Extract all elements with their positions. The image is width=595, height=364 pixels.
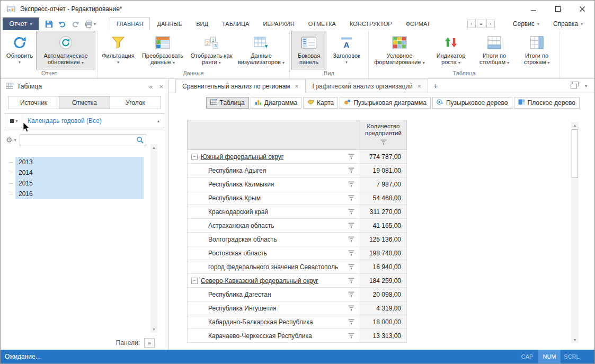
tab-format[interactable]: ФОРМАТ bbox=[399, 17, 438, 30]
table-row[interactable]: Республика Калмыкия 7 987,00 bbox=[188, 177, 407, 191]
table-row[interactable]: Кабардино-Балкарская Республика 18 000,0… bbox=[188, 315, 407, 329]
collapse-expander-icon[interactable]: − bbox=[191, 278, 198, 284]
row-value[interactable]: 13 313,00 bbox=[360, 329, 407, 343]
row-value[interactable]: 311 270,00 bbox=[360, 205, 407, 219]
column-filter-icon[interactable] bbox=[380, 139, 387, 147]
row-name[interactable]: Краснодарский край bbox=[208, 208, 268, 216]
view-bubble-chart-button[interactable]: Пузырьковая диаграмма bbox=[340, 97, 431, 109]
scroll-down-icon[interactable]: ▼ bbox=[150, 326, 157, 333]
tab-tablitsa[interactable]: ТАБЛИЦА bbox=[215, 17, 256, 30]
view-chart-button[interactable]: Диаграмма bbox=[251, 97, 301, 109]
header-title-button[interactable]: A Заголовок ▾ bbox=[326, 31, 367, 69]
tab-konstruktor[interactable]: КОНСТРУКТОР bbox=[343, 17, 399, 30]
list-item-year[interactable]: 2013 bbox=[15, 157, 144, 167]
view-flat-tree-button[interactable]: Плоское дерево bbox=[514, 97, 580, 109]
row-name[interactable]: Республика Крым bbox=[208, 194, 261, 202]
list-item-year[interactable]: 2016 bbox=[15, 189, 144, 199]
minimize-button[interactable] bbox=[521, 1, 546, 17]
row-value[interactable]: 4 319,00 bbox=[360, 301, 407, 315]
view-map-button[interactable]: Карта bbox=[303, 97, 338, 109]
scroll-down-icon[interactable]: ▼ bbox=[571, 336, 579, 343]
row-value[interactable]: 41 165,00 bbox=[360, 219, 407, 233]
row-value[interactable]: 54 468,00 bbox=[360, 191, 407, 205]
scrollbar-track[interactable] bbox=[150, 151, 157, 326]
document-scrollbar[interactable]: ▲ ▼ bbox=[571, 122, 579, 343]
combo-dropdown-icon[interactable]: ▴ bbox=[157, 119, 159, 123]
row-name[interactable]: Астраханская область bbox=[208, 222, 274, 229]
visualizer-data-button[interactable]: Данные визуализаторов ▾ bbox=[235, 31, 288, 69]
help-menu[interactable]: Справка▾ bbox=[548, 20, 588, 28]
ribbon-scroll-left-button[interactable]: ‹ bbox=[467, 20, 476, 28]
conditional-formatting-button[interactable]: Условное форматирование ▾ bbox=[370, 31, 429, 69]
row-value[interactable]: 125 136,00 bbox=[360, 233, 407, 246]
table-corner-cell[interactable] bbox=[188, 120, 360, 150]
windows-layout-icon[interactable] bbox=[571, 82, 579, 90]
table-row[interactable]: Республика Крым 54 468,00 bbox=[188, 191, 407, 205]
row-filter-icon[interactable] bbox=[344, 333, 354, 339]
row-filter-icon[interactable] bbox=[344, 154, 354, 159]
tab-ugolok[interactable]: Уголок bbox=[110, 96, 161, 109]
row-value[interactable]: 18 000,00 bbox=[360, 315, 407, 329]
tab-otmetka[interactable]: ОТМЕТКА bbox=[301, 17, 343, 30]
view-bubble-tree-button[interactable]: Пузырьковое дерево bbox=[432, 97, 512, 109]
panels-expand-button[interactable]: » bbox=[144, 338, 155, 348]
row-filter-icon[interactable] bbox=[344, 195, 354, 201]
show-as-ranks-button[interactable]: 2 1 3 Отобразить как ранги ▾ bbox=[188, 31, 235, 69]
row-name[interactable]: Южный федеральный округ bbox=[201, 153, 283, 161]
row-name[interactable]: Карачаево-Черкесская Республика bbox=[208, 332, 312, 340]
collapse-panel-button[interactable]: « bbox=[149, 83, 153, 90]
row-name[interactable]: Волгоградская область bbox=[208, 236, 277, 243]
close-tab-icon[interactable]: × bbox=[418, 83, 421, 90]
row-filter-icon[interactable] bbox=[344, 319, 354, 325]
table-row[interactable]: Волгоградская область 125 136,00 bbox=[188, 233, 407, 246]
row-filter-icon[interactable] bbox=[344, 278, 354, 283]
growth-indicator-button[interactable]: Индикатор роста ▾ bbox=[429, 31, 473, 69]
row-filter-icon[interactable] bbox=[344, 181, 354, 187]
row-name[interactable]: Ростовская область bbox=[208, 250, 267, 257]
row-filter-icon[interactable] bbox=[344, 236, 354, 242]
close-button[interactable] bbox=[570, 1, 594, 17]
row-filter-icon[interactable] bbox=[344, 291, 354, 297]
save-button[interactable] bbox=[45, 20, 53, 28]
document-tab-organizations[interactable]: Графический анализ организаций × bbox=[306, 79, 428, 93]
table-row[interactable]: Республика Дагестан 20 098,00 bbox=[188, 288, 407, 301]
document-tab-regions[interactable]: Сравнительный анализ по регионам × bbox=[175, 79, 306, 93]
row-filter-icon[interactable] bbox=[344, 223, 354, 228]
dimension-combo[interactable]: ▾ Календарь годовой (Все) ▴ bbox=[5, 113, 164, 128]
tab-ierarhiya[interactable]: ИЕРАРХИЯ bbox=[256, 17, 301, 30]
value-column-header[interactable]: Количество предприятий bbox=[360, 120, 407, 150]
filtering-button[interactable]: Фильтрация ▾ bbox=[99, 31, 137, 69]
row-totals-button[interactable]: Итоги по строкам ▾ bbox=[516, 31, 558, 69]
table-row[interactable]: Ростовская область 198 740,00 bbox=[188, 246, 407, 260]
redo-button[interactable] bbox=[72, 20, 79, 28]
transform-data-button[interactable]: Преобразовать данные ▾ bbox=[137, 31, 188, 69]
row-filter-icon[interactable] bbox=[344, 167, 354, 173]
row-name[interactable]: Республика Калмыкия bbox=[208, 181, 274, 188]
table-row[interactable]: Краснодарский край 311 270,00 bbox=[188, 205, 407, 219]
row-name[interactable]: Республика Ингушетия bbox=[208, 305, 277, 312]
mark-mode-button[interactable]: ▾ bbox=[5, 114, 23, 128]
side-panel-button[interactable]: Боковая панель bbox=[291, 31, 326, 69]
row-name[interactable]: Республика Адыгея bbox=[208, 167, 266, 174]
row-value[interactable]: 20 098,00 bbox=[360, 288, 407, 301]
table-row[interactable]: город федерального значения Севастополь … bbox=[188, 260, 407, 274]
row-value[interactable]: 198 740,00 bbox=[360, 246, 407, 260]
refresh-button[interactable]: Обновить ▾ bbox=[3, 31, 36, 69]
table-row[interactable]: Республика Ингушетия 4 319,00 bbox=[188, 301, 407, 315]
column-totals-button[interactable]: Итоги по столбцам ▾ bbox=[473, 31, 516, 69]
scrollbar-track[interactable] bbox=[571, 179, 579, 336]
row-filter-icon[interactable] bbox=[344, 209, 354, 215]
scroll-up-icon[interactable]: ▲ bbox=[571, 122, 579, 129]
new-tab-button[interactable]: + bbox=[428, 79, 443, 93]
list-item-year[interactable]: 2015 bbox=[15, 178, 144, 189]
report-menu-button[interactable]: Отчет▾ bbox=[3, 17, 39, 30]
table-row[interactable]: − Южный федеральный округ 774 787,00 bbox=[188, 150, 407, 164]
ribbon-scroll-right-button[interactable]: › bbox=[486, 20, 495, 28]
row-name[interactable]: Северо-Кавказский федеральный округ bbox=[201, 277, 318, 285]
tab-istochnik[interactable]: Источник bbox=[8, 96, 59, 109]
row-name[interactable]: Республика Дагестан bbox=[208, 291, 271, 298]
table-row[interactable]: Карачаево-Черкесская Республика 13 313,0… bbox=[188, 329, 407, 343]
tab-vid[interactable]: ВИД bbox=[189, 17, 215, 30]
row-name[interactable]: город федерального значения Севастополь bbox=[208, 263, 338, 271]
scroll-up-icon[interactable]: ▲ bbox=[150, 144, 157, 151]
